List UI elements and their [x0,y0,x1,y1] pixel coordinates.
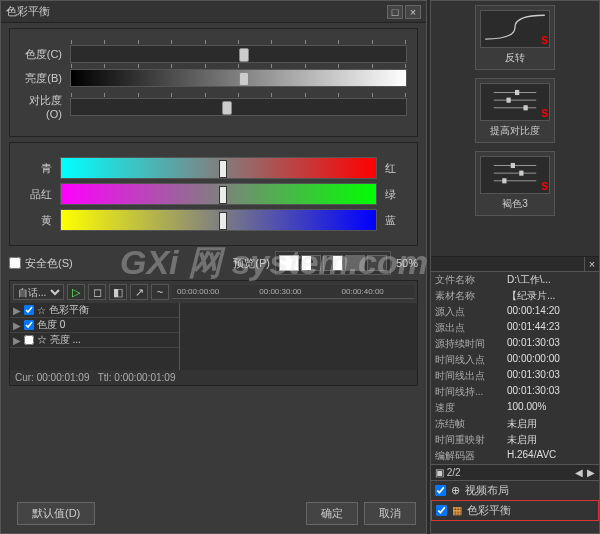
total-time: Ttl: 0:00:00:01:09 [98,372,176,383]
time-ruler[interactable]: 00:00:00:00 00:00:30:00 00:00:40:00 [172,285,414,299]
yellow-label: 黄 [20,213,60,228]
property-row: 源出点00:01:44:23 [431,320,599,336]
close-button[interactable]: × [405,5,421,19]
cancel-button[interactable]: 取消 [364,502,416,525]
timeline-area[interactable] [180,303,417,370]
effect-invert[interactable]: S 反转 [475,5,555,70]
green-label: 绿 [377,187,407,202]
preview-mode-1[interactable] [279,255,299,271]
preview-mode-5[interactable] [367,255,387,271]
color-panel: 青 红 品红 绿 黄 蓝 [9,142,418,246]
cyan-red-slider[interactable] [60,157,377,179]
applied-effect[interactable]: ⊕视频布局 [431,481,599,500]
property-row: 速度100.00% [431,400,599,416]
effects-area: S 反转 S 提高对比度 S 褐色3 [431,1,599,257]
svg-rect-5 [523,105,527,110]
svg-rect-9 [511,163,515,168]
page-prev[interactable]: ◀ [575,467,583,478]
brightness-slider[interactable] [70,69,407,87]
hue-slider[interactable] [70,45,407,63]
prop-close[interactable]: × [585,257,599,271]
timeline-dropdown[interactable]: 自话... [13,284,64,300]
timeline-panel: 自话... ▷ ◻ ◧ ↗ ~ 00:00:00:00 00:00:30:00 … [9,280,418,386]
property-row: 时间线持...00:01:30:03 [431,384,599,400]
preview-label: 预览(P) [233,256,270,271]
red-label: 红 [377,161,407,176]
hue-label: 色度(C) [20,47,70,62]
magenta-label: 品红 [20,187,60,202]
property-row: 源入点00:00:14:20 [431,304,599,320]
safe-color-checkbox[interactable]: 安全色(S) [9,256,73,271]
page-indicator: ▣ 2/2 [435,467,461,478]
track-brightness[interactable]: ▶☆ 亮度 ... [10,333,179,348]
preview-percent[interactable]: 50% [396,257,418,269]
property-row: 素材名称【纪录片... [431,288,599,304]
property-row: 源持续时间00:01:30:03 [431,336,599,352]
magenta-green-slider[interactable] [60,183,377,205]
yellow-blue-slider[interactable] [60,209,377,231]
contrast-slider[interactable] [70,98,407,116]
dialog-title: 色彩平衡 [6,4,385,19]
property-row: 时间线入点00:00:00:00 [431,352,599,368]
svg-rect-11 [502,178,506,183]
color-balance-dialog: 色彩平衡 □ × 色度(C) 亮度(B) 对比度(O) [0,0,427,534]
property-row: 时间重映射未启用 [431,432,599,448]
effect-contrast[interactable]: S 提高对比度 [475,78,555,143]
svg-rect-3 [515,90,519,95]
preview-group: 预览(P) 50% [233,251,418,275]
titlebar: 色彩平衡 □ × [1,1,426,23]
tl-btn-4[interactable]: ~ [151,284,169,300]
current-time: Cur: 00:00:01:09 [15,372,90,383]
effect-sepia[interactable]: S 褐色3 [475,151,555,216]
tl-btn-1[interactable]: ◻ [88,284,106,300]
cyan-label: 青 [20,161,60,176]
brightness-label: 亮度(B) [20,71,70,86]
applied-effect[interactable]: ▦色彩平衡 [431,500,599,521]
properties-panel: × 文件名称D:\工作\...素材名称【纪录片...源入点00:00:14:20… [431,257,599,534]
property-row: 编解码器H.264/AVC [431,448,599,464]
maximize-button[interactable]: □ [387,5,403,19]
tone-panel: 色度(C) 亮度(B) 对比度(O) [9,28,418,137]
ok-button[interactable]: 确定 [306,502,358,525]
default-button[interactable]: 默认值(D) [17,502,95,525]
page-next[interactable]: ▶ [587,467,595,478]
property-row: 冻结帧未启用 [431,416,599,432]
preview-mode-3[interactable] [323,255,343,271]
preview-mode-2[interactable] [301,255,321,271]
right-panel: S 反转 S 提高对比度 S 褐色3 × 文件名称D:\工作\...素材名称【纪… [430,0,600,534]
property-row: 时间线出点00:01:30:03 [431,368,599,384]
preview-mode-4[interactable] [345,255,365,271]
tl-btn-3[interactable]: ↗ [130,284,148,300]
tl-btn-2[interactable]: ◧ [109,284,127,300]
svg-rect-10 [519,171,523,176]
track-hue[interactable]: ▶色度 0 [10,318,179,333]
track-colorbalance[interactable]: ▶☆ 色彩平衡 [10,303,179,318]
svg-rect-4 [506,98,510,103]
blue-label: 蓝 [377,213,407,228]
play-button[interactable]: ▷ [67,284,85,300]
property-row: 文件名称D:\工作\... [431,272,599,288]
contrast-label: 对比度(O) [20,93,70,120]
prop-tab[interactable] [431,257,585,271]
